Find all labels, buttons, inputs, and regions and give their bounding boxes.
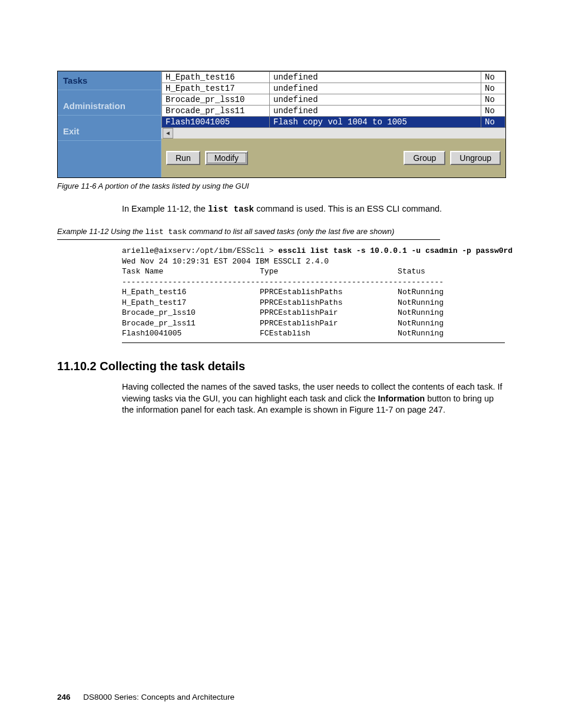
cli-sep: ----------------------------------------… xyxy=(122,278,444,286)
cell-task-name: H_Epath_test16 xyxy=(162,72,270,83)
sidebar-item-administration[interactable]: Administration xyxy=(58,90,161,116)
cell-task-name: Brocade_pr_lss11 xyxy=(162,106,270,117)
sidebar-item-tasks[interactable]: Tasks xyxy=(58,71,161,90)
cli-line: Wed Nov 24 10:29:31 EST 2004 IBM ESSCLI … xyxy=(122,257,329,266)
modify-button[interactable]: Modify xyxy=(205,151,248,165)
cli-header: Task Name Type Status xyxy=(122,267,425,276)
cli-row: H_Epath_test17 PPRCEstablishPaths NotRun… xyxy=(122,298,444,307)
horizontal-scrollbar[interactable]: ◄ xyxy=(161,128,505,139)
toolbar: Run Modify Group Ungroup xyxy=(161,139,505,177)
cell-task-no: No xyxy=(481,106,505,117)
gui-screenshot: Tasks Administration Exit H_Epath_test16… xyxy=(57,71,506,178)
paragraph: Having collected the names of the saved … xyxy=(122,381,505,416)
table-row-selected[interactable]: Flash10041005 Flash copy vol 1004 to 100… xyxy=(162,117,505,128)
cli-row: Brocade_pr_lss10 PPRCEstablishPair NotRu… xyxy=(122,308,444,317)
page-number: 246 xyxy=(57,693,71,701)
cell-task-name: H_Epath_test17 xyxy=(162,83,270,94)
cell-task-name: Brocade_pr_lss10 xyxy=(162,94,270,106)
cell-task-no: No xyxy=(481,117,505,128)
text: command to list all saved tasks (only th… xyxy=(187,227,395,236)
cell-task-no: No xyxy=(481,83,505,94)
inline-code: list task xyxy=(146,228,187,236)
cell-task-name: Flash10041005 xyxy=(162,117,270,128)
table-row[interactable]: H_Epath_test17 undefined No xyxy=(162,83,505,94)
cell-task-desc: undefined xyxy=(270,83,481,94)
run-button[interactable]: Run xyxy=(166,151,200,165)
cell-task-no: No xyxy=(481,72,505,83)
text: In Example 11-12, the xyxy=(122,204,208,213)
table-row[interactable]: H_Epath_test16 undefined No xyxy=(162,72,505,83)
figure-caption: Figure 11-6 A portion of the tasks liste… xyxy=(57,182,505,190)
table-row[interactable]: Brocade_pr_lss11 undefined No xyxy=(162,106,505,117)
cli-row: H_Epath_test16 PPRCEstablishPaths NotRun… xyxy=(122,288,444,297)
cell-task-desc: undefined xyxy=(270,72,481,83)
cli-prompt: arielle@aixserv:/opt/ibm/ESScli > xyxy=(122,246,278,255)
tasks-table[interactable]: H_Epath_test16 undefined No H_Epath_test… xyxy=(161,71,505,128)
page-footer: 246 DS8000 Series: Concepts and Architec… xyxy=(57,693,234,701)
gui-sidebar: Tasks Administration Exit xyxy=(58,71,161,177)
text: command is used. This is an ESS CLI comm… xyxy=(254,204,442,213)
scroll-left-icon[interactable]: ◄ xyxy=(163,128,173,139)
cli-row: Flash10041005 FCEstablish NotRunning xyxy=(122,329,444,338)
cell-task-no: No xyxy=(481,94,505,106)
cli-row: Brocade_pr_lss11 PPRCEstablishPair NotRu… xyxy=(122,319,444,328)
sidebar-item-exit[interactable]: Exit xyxy=(58,116,161,141)
cell-task-desc: undefined xyxy=(270,94,481,106)
cell-task-desc: undefined xyxy=(270,106,481,117)
cli-output: arielle@aixserv:/opt/ibm/ESScli > esscli… xyxy=(122,242,505,343)
gui-main: H_Epath_test16 undefined No H_Epath_test… xyxy=(161,71,505,177)
cli-command: esscli list task -s 10.0.0.1 -u csadmin … xyxy=(278,246,513,255)
ungroup-button[interactable]: Ungroup xyxy=(450,151,501,165)
bold-text: Information xyxy=(378,394,425,403)
group-button[interactable]: Group xyxy=(404,151,445,165)
text: Example 11-12 Using the xyxy=(57,227,146,236)
inline-code: list task xyxy=(208,205,254,214)
example-caption: Example 11-12 Using the list task comman… xyxy=(57,226,440,241)
paragraph: In Example 11-12, the list task command … xyxy=(122,203,505,216)
section-heading: 11.10.2 Collecting the task details xyxy=(57,360,505,373)
book-title: DS8000 Series: Concepts and Architecture xyxy=(83,693,234,701)
cell-task-desc: Flash copy vol 1004 to 1005 xyxy=(270,117,481,128)
table-row[interactable]: Brocade_pr_lss10 undefined No xyxy=(162,94,505,106)
